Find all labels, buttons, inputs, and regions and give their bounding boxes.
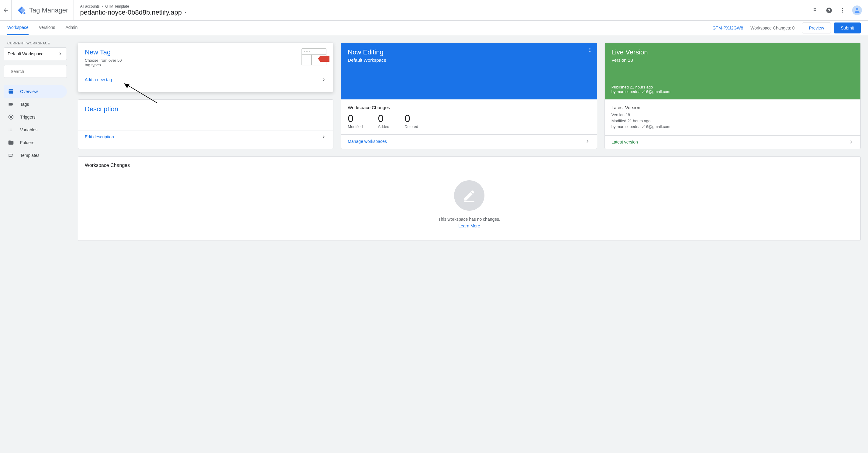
breadcrumb[interactable]: All accounts GTM Template [80, 4, 806, 8]
user-icon [854, 7, 861, 14]
description-card: Description Edit description [78, 99, 333, 149]
overview-icon [8, 88, 14, 95]
more-vertical-icon [587, 47, 593, 53]
sidebar-item-folders[interactable]: Folders [4, 136, 67, 149]
breadcrumb-root: All accounts [80, 4, 100, 8]
sidebar-item-tags[interactable]: Tags [4, 98, 67, 111]
pencil-icon [463, 189, 476, 202]
variable-icon [8, 127, 14, 133]
search-box[interactable] [4, 65, 67, 78]
stat-deleted: 0 Deleted [405, 113, 418, 129]
current-workspace-label: CURRENT WORKSPACE [4, 41, 67, 45]
preview-button[interactable]: Preview [802, 23, 831, 33]
sidebar-item-variables[interactable]: Variables [4, 123, 67, 136]
product-name: Tag Manager [29, 6, 68, 14]
user-avatar[interactable] [852, 5, 862, 15]
live-published-line: Published 21 hours ago [612, 85, 854, 89]
empty-state: This workspace has no changes. Learn Mor… [85, 180, 854, 228]
submit-button[interactable]: Submit [834, 23, 861, 33]
chevron-right-icon [321, 77, 327, 82]
tag-manager-logo-icon [17, 6, 26, 15]
breadcrumb-block: All accounts GTM Template pedantic-noyce… [74, 4, 812, 17]
workspace-changes-title: Workspace Changes [348, 105, 590, 110]
manage-workspaces-button[interactable]: Manage workspaces [341, 134, 597, 148]
new-tag-card: New Tag Choose from over 50 tag types. A… [78, 42, 333, 92]
latest-version-by: by marcel.bednarz16@gmail.com [612, 124, 854, 130]
live-version-subtitle: Version 18 [612, 57, 854, 63]
arrow-left-icon [3, 7, 9, 13]
cards-row-1: New Tag Choose from over 50 tag types. A… [78, 42, 861, 149]
apps-icon[interactable] [812, 7, 819, 14]
add-new-tag-label: Add a new tag [85, 77, 112, 82]
tag-illustration-icon [302, 48, 327, 65]
chevron-right-icon [321, 134, 327, 140]
description-title: Description [78, 100, 333, 130]
sidebar-item-label: Triggers [20, 115, 36, 119]
live-version-title: Live Version [612, 48, 854, 56]
latest-version-label: Latest version [612, 140, 638, 144]
svg-point-6 [856, 8, 858, 10]
stat-modified: 0 Modified [348, 113, 363, 129]
stat-added: 0 Added [378, 113, 389, 129]
edit-description-label: Edit description [85, 134, 114, 139]
chevron-right-icon [57, 51, 63, 57]
latest-version-button[interactable]: Latest version [605, 135, 860, 149]
sidebar-item-overview[interactable]: Overview [4, 85, 67, 98]
latest-version-modified: Modified 21 hours ago [612, 118, 854, 124]
search-input[interactable] [11, 69, 64, 74]
svg-point-5 [842, 11, 843, 12]
help-icon[interactable]: ? [826, 7, 833, 14]
workspace-name: Default Workspace [8, 51, 43, 56]
header-actions: ? [812, 5, 868, 15]
svg-point-12 [589, 50, 590, 51]
tab-versions[interactable]: Versions [39, 21, 55, 35]
chevron-right-icon [848, 139, 854, 145]
svg-point-8 [10, 116, 12, 118]
latest-version-number: Version 18 [612, 112, 854, 118]
folder-icon [8, 140, 14, 146]
logo-block[interactable]: Tag Manager [11, 0, 74, 20]
back-button[interactable] [0, 0, 11, 20]
trigger-icon [8, 114, 14, 120]
edit-description-button[interactable]: Edit description [78, 130, 333, 144]
learn-more-link[interactable]: Learn More [458, 223, 480, 228]
now-editing-menu-button[interactable] [587, 47, 593, 54]
svg-point-11 [589, 48, 590, 49]
svg-rect-14 [464, 201, 474, 202]
sidebar-item-templates[interactable]: Templates [4, 149, 67, 162]
live-version-card: Live Version Version 18 Published 21 hou… [604, 42, 861, 149]
tag-icon [8, 101, 14, 107]
new-tag-title: New Tag [85, 48, 127, 56]
more-menu-icon[interactable] [839, 7, 846, 14]
top-header: Tag Manager All accounts GTM Template pe… [0, 0, 868, 21]
workspace-selector[interactable]: Default Workspace [4, 48, 67, 60]
tab-admin[interactable]: Admin [65, 21, 78, 35]
add-new-tag-button[interactable]: Add a new tag [78, 73, 333, 86]
tab-workspace[interactable]: Workspace [7, 21, 29, 35]
sidebar-item-triggers[interactable]: Triggers [4, 111, 67, 123]
container-id[interactable]: GTM-PXJ2GW8 [712, 26, 743, 30]
latest-version-title: Latest Version [612, 105, 854, 110]
svg-point-0 [23, 12, 25, 14]
sidebar-item-label: Variables [20, 127, 37, 132]
empty-state-icon [454, 180, 485, 211]
container-selector[interactable]: pedantic-noyce-0b8d8b.netlify.app [80, 8, 806, 17]
now-editing-subtitle: Default Workspace [348, 57, 590, 63]
svg-text:?: ? [828, 8, 830, 12]
workspace-changes-panel: Workspace Changes This workspace has no … [78, 156, 861, 241]
sub-nav: Workspace Versions Admin GTM-PXJ2GW8 Wor… [0, 21, 868, 35]
live-by-line: by marcel.bednarz16@gmail.com [612, 89, 854, 94]
now-editing-title: Now Editing [348, 48, 590, 56]
sidebar-item-label: Folders [20, 140, 34, 145]
content: New Tag Choose from over 50 tag types. A… [70, 35, 868, 453]
svg-point-3 [842, 8, 843, 9]
svg-point-4 [842, 10, 843, 11]
chevron-right-icon [101, 5, 104, 8]
manage-workspaces-label: Manage workspaces [348, 139, 386, 144]
now-editing-card: Now Editing Default Workspace Workspace … [341, 42, 597, 149]
breadcrumb-account: GTM Template [105, 4, 129, 8]
svg-point-13 [589, 51, 590, 52]
template-icon [8, 152, 14, 158]
sidebar-item-label: Templates [20, 153, 39, 158]
container-name: pedantic-noyce-0b8d8b.netlify.app [80, 8, 182, 17]
